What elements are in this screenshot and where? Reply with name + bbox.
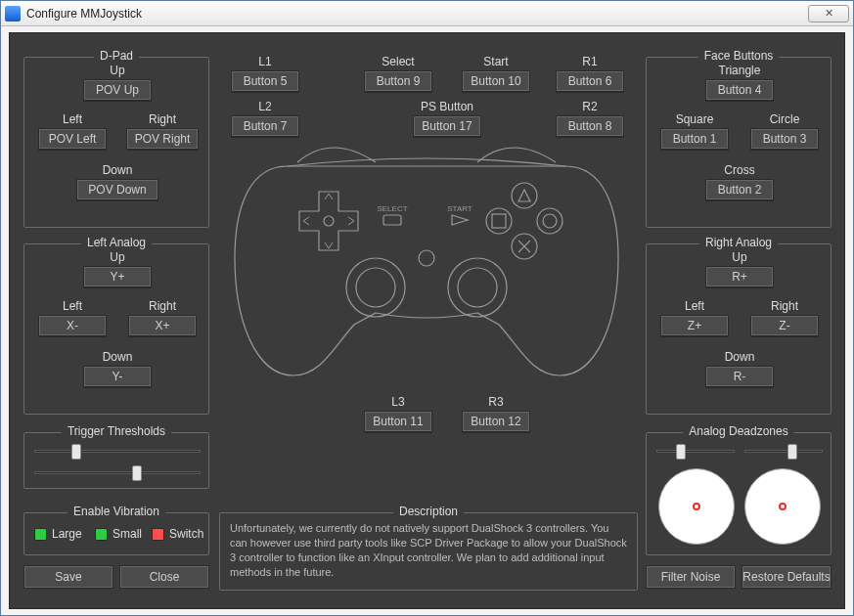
l2-button[interactable]: Button 7 bbox=[231, 115, 299, 137]
face-legend: Face Buttons bbox=[698, 49, 780, 63]
l3-button[interactable]: Button 11 bbox=[364, 411, 432, 432]
vibration-large-label: Large bbox=[52, 527, 82, 541]
deadzone-left-slider[interactable] bbox=[656, 443, 735, 461]
l3-label: L3 bbox=[354, 395, 442, 409]
close-button[interactable]: Close bbox=[119, 565, 209, 589]
config-panel: D-Pad Up POV Up Left POV Left Right POV … bbox=[9, 32, 845, 609]
svg-rect-7 bbox=[383, 215, 401, 225]
window: Configure MMJoystick ✕ D-Pad Up POV Up L… bbox=[0, 0, 854, 616]
vibration-small-checkbox[interactable]: Small bbox=[95, 527, 142, 541]
select-label: Select bbox=[354, 55, 442, 68]
svg-point-12 bbox=[356, 268, 395, 307]
lanalog-right-button[interactable]: X+ bbox=[128, 315, 197, 336]
dpad-left-button[interactable]: POV Left bbox=[38, 128, 107, 150]
trigger-threshold-left-slider[interactable] bbox=[34, 443, 201, 461]
lanalog-down-label: Down bbox=[78, 350, 157, 364]
client-area: D-Pad Up POV Up Left POV Left Right POV … bbox=[1, 26, 853, 615]
l1-label: L1 bbox=[221, 55, 309, 68]
face-triangle-button[interactable]: Button 4 bbox=[705, 79, 774, 101]
deadzone-right-circle bbox=[744, 468, 821, 545]
dpad-down-label: Down bbox=[71, 163, 163, 177]
ranalog-left-button[interactable]: Z+ bbox=[660, 315, 729, 336]
l2-label: L2 bbox=[221, 100, 309, 113]
dpad-left-label: Left bbox=[30, 112, 114, 126]
left-analog-legend: Left Analog bbox=[81, 236, 152, 249]
svg-point-5 bbox=[543, 214, 557, 228]
left-analog-group: Left Analog Up Y+ Left X- Right X+ Down … bbox=[23, 243, 209, 415]
face-circle-label: Circle bbox=[742, 112, 827, 126]
save-button[interactable]: Save bbox=[23, 565, 113, 589]
svg-point-14 bbox=[458, 268, 497, 307]
deadzone-right-slider[interactable] bbox=[744, 443, 823, 461]
lanalog-right-label: Right bbox=[120, 299, 204, 313]
ranalog-right-button[interactable]: Z- bbox=[750, 315, 819, 336]
face-triangle-label: Triangle bbox=[700, 64, 779, 77]
face-square-label: Square bbox=[652, 112, 737, 126]
r3-button[interactable]: Button 12 bbox=[462, 411, 530, 432]
ps-label: PS Button bbox=[403, 100, 491, 113]
svg-point-13 bbox=[448, 258, 507, 317]
r3-label: R3 bbox=[452, 395, 540, 409]
description-legend: Description bbox=[393, 505, 464, 518]
r1-label: R1 bbox=[546, 55, 634, 68]
vibration-legend: Enable Vibration bbox=[67, 505, 165, 518]
l1-button[interactable]: Button 5 bbox=[231, 70, 299, 92]
description-group: Description Unfortunately, we currently … bbox=[219, 512, 638, 591]
svg-text:SELECT: SELECT bbox=[377, 204, 407, 213]
lanalog-left-button[interactable]: X- bbox=[38, 315, 107, 336]
ps-button[interactable]: Button 17 bbox=[413, 115, 481, 137]
dpad-up-button[interactable]: POV Up bbox=[83, 79, 152, 101]
face-cross-label: Cross bbox=[700, 163, 779, 177]
window-title: Configure MMJoystick bbox=[26, 7, 808, 21]
lanalog-left-label: Left bbox=[30, 299, 114, 313]
r2-label: R2 bbox=[546, 100, 634, 113]
lanalog-up-label: Up bbox=[78, 250, 157, 264]
deadzones-legend: Analog Deadzones bbox=[683, 424, 793, 438]
face-circle-button[interactable]: Button 3 bbox=[750, 128, 819, 150]
ranalog-left-label: Left bbox=[652, 299, 737, 313]
deadzone-right-center-icon bbox=[779, 503, 787, 510]
dpad-right-label: Right bbox=[120, 112, 204, 126]
vibration-switch-label: Switch bbox=[169, 527, 203, 541]
svg-point-2 bbox=[486, 208, 512, 234]
ranalog-up-button[interactable]: R+ bbox=[705, 266, 774, 287]
dpad-legend: D-Pad bbox=[94, 49, 139, 63]
description-text: Unfortunately, we currently do not nativ… bbox=[230, 521, 627, 584]
vibration-large-checkbox[interactable]: Large bbox=[34, 527, 82, 541]
right-analog-group: Right Analog Up R+ Left Z+ Right Z- Down… bbox=[646, 243, 832, 415]
controller-illustration: SELECT START bbox=[229, 141, 624, 390]
face-group: Face Buttons Triangle Button 4 Square Bu… bbox=[646, 57, 832, 228]
dpad-right-button[interactable]: POV Right bbox=[126, 128, 200, 150]
face-cross-button[interactable]: Button 2 bbox=[705, 179, 774, 200]
ranalog-right-label: Right bbox=[742, 299, 827, 313]
vibration-small-label: Small bbox=[112, 527, 142, 541]
face-square-button[interactable]: Button 1 bbox=[660, 128, 729, 150]
dpad-group: D-Pad Up POV Up Left POV Left Right POV … bbox=[23, 57, 209, 228]
svg-point-10 bbox=[419, 250, 434, 266]
start-label: Start bbox=[452, 55, 540, 68]
lanalog-up-button[interactable]: Y+ bbox=[83, 266, 152, 287]
dpad-up-label: Up bbox=[78, 64, 157, 77]
dpad-down-button[interactable]: POV Down bbox=[76, 179, 158, 200]
window-close-button[interactable]: ✕ bbox=[808, 5, 849, 22]
titlebar: Configure MMJoystick ✕ bbox=[1, 1, 853, 26]
filter-noise-button[interactable]: Filter Noise bbox=[646, 565, 736, 589]
svg-point-4 bbox=[537, 208, 562, 234]
lanalog-down-button[interactable]: Y- bbox=[83, 366, 152, 387]
deadzones-group: Analog Deadzones bbox=[646, 432, 832, 555]
restore-defaults-button[interactable]: Restore Defaults bbox=[742, 565, 832, 589]
r1-button[interactable]: Button 6 bbox=[556, 70, 624, 92]
r2-button[interactable]: Button 8 bbox=[556, 115, 624, 137]
start-button[interactable]: Button 10 bbox=[462, 70, 530, 92]
select-button[interactable]: Button 9 bbox=[364, 70, 432, 92]
app-icon bbox=[5, 6, 21, 22]
right-analog-legend: Right Analog bbox=[699, 236, 778, 249]
svg-rect-3 bbox=[492, 214, 506, 228]
ranalog-down-label: Down bbox=[700, 350, 779, 364]
trigger-threshold-right-slider[interactable] bbox=[34, 464, 201, 482]
deadzone-left-circle bbox=[658, 468, 735, 545]
deadzone-left-center-icon bbox=[693, 503, 700, 510]
svg-text:START: START bbox=[447, 204, 472, 213]
ranalog-down-button[interactable]: R- bbox=[705, 366, 774, 387]
vibration-switch-checkbox[interactable]: Switch bbox=[152, 527, 203, 541]
